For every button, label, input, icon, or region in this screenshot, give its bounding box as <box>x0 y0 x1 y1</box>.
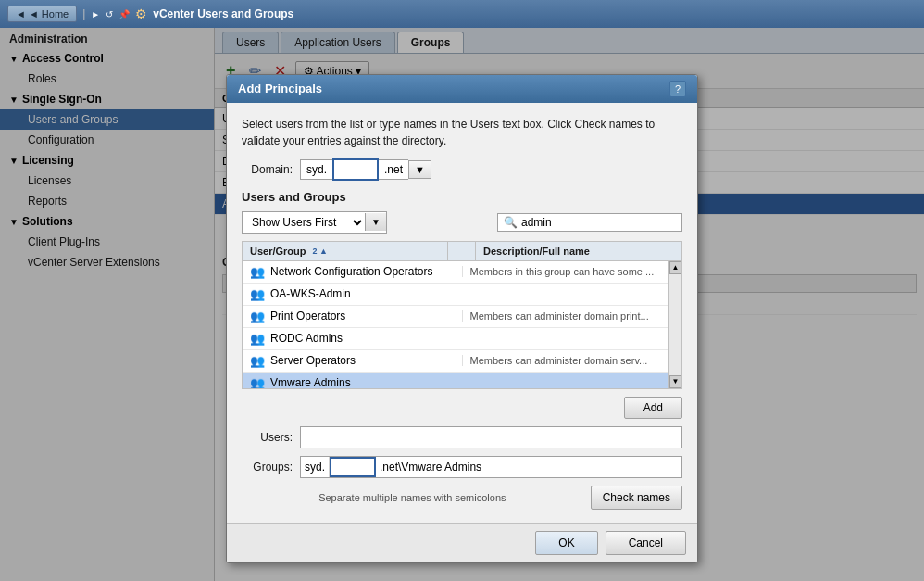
groups-input-row: Groups: syd. .net\Vmware Admins <box>242 456 682 478</box>
group-icon: 👥 <box>250 376 265 388</box>
help-button[interactable]: ? <box>669 81 686 97</box>
forward-button[interactable]: ► <box>91 9 100 19</box>
domain-dropdown-button[interactable]: ▼ <box>408 160 431 179</box>
group-icon: 👥 <box>250 309 265 323</box>
results-table: User/Group 2 ▲ Description/Full name 👥 N… <box>242 241 682 389</box>
add-btn-row: Add <box>242 397 682 419</box>
group-icon: 👥 <box>250 287 265 301</box>
modal-title: Add Principals <box>238 82 322 95</box>
results-body: 👥 Network Configuration Operators Member… <box>243 261 681 388</box>
domain-label: Domain: <box>242 163 293 176</box>
result-row[interactable]: 👥 RODC Admins <box>243 328 668 350</box>
group-icon: 👥 <box>250 265 265 279</box>
scrollbar-down-button[interactable]: ▼ <box>669 375 681 388</box>
modal-description: Select users from the list or type names… <box>242 116 682 149</box>
scrollbar-up-button[interactable]: ▲ <box>669 261 681 274</box>
domain-input-group: syd. .net ▼ <box>300 158 431 181</box>
check-names-row: Separate multiple names with semicolons … <box>242 486 682 510</box>
check-names-button[interactable]: Check names <box>591 486 682 510</box>
spacer-col <box>448 242 476 260</box>
groups-suffix: .net\Vmware Admins <box>376 457 485 477</box>
filter-select[interactable]: Show Users First Show Groups First Show … <box>243 212 365 233</box>
vm-icon: ⚙ <box>135 6 147 21</box>
window-title: vCenter Users and Groups <box>153 7 293 20</box>
results-header: User/Group 2 ▲ Description/Full name <box>243 242 681 261</box>
back-arrow-icon: ◄ <box>16 8 26 19</box>
result-row[interactable]: 👥 OA-WKS-Admin <box>243 284 668 306</box>
domain-field: Domain: syd. .net ▼ <box>242 158 682 181</box>
result-row[interactable]: 👥 Network Configuration Operators Member… <box>243 261 668 284</box>
top-bar: ◄ ◄ Home | ► ↺ 📌 ⚙ vCenter Users and Gro… <box>0 0 924 28</box>
search-box: 🔍 <box>497 213 682 232</box>
user-group-col-header: User/Group 2 ▲ <box>243 242 448 260</box>
results-list: 👥 Network Configuration Operators Member… <box>243 261 668 388</box>
group-icon: 👥 <box>250 354 265 368</box>
domain-input[interactable] <box>332 158 379 181</box>
result-row-selected[interactable]: 👥 Vmware Admins <box>243 373 668 388</box>
modal-overlay: Add Principals ? Select users from the l… <box>0 28 924 581</box>
result-row[interactable]: 👥 Server Operators Members can administe… <box>243 350 668 373</box>
ok-button[interactable]: OK <box>535 531 597 555</box>
home-label: ◄ Home <box>29 8 69 19</box>
results-scrollbar: ▲ ▼ <box>668 261 681 388</box>
users-input-row: Users: <box>242 426 682 448</box>
groups-domain-input[interactable] <box>330 457 376 477</box>
modal-body: Select users from the list or type names… <box>227 103 697 523</box>
filter-dropdown[interactable]: Show Users First Show Groups First Show … <box>242 211 387 234</box>
cancel-button[interactable]: Cancel <box>606 531 686 555</box>
groups-prefix: syd. <box>301 457 330 477</box>
groups-label: Groups: <box>242 461 293 474</box>
domain-suffix: .net <box>379 159 408 180</box>
groups-input-group: syd. .net\Vmware Admins <box>300 456 682 478</box>
filter-bar: Show Users First Show Groups First Show … <box>242 211 682 234</box>
scrollbar-track <box>669 274 681 375</box>
search-input[interactable] <box>521 216 676 229</box>
home-button[interactable]: ◄ ◄ Home <box>7 6 77 22</box>
search-icon: 🔍 <box>504 216 518 229</box>
add-principals-modal: Add Principals ? Select users from the l… <box>226 74 698 563</box>
result-row[interactable]: 👥 Print Operators Members can administer… <box>243 306 668 328</box>
pin-icon[interactable]: 📌 <box>119 9 130 19</box>
description-col-header: Description/Full name <box>476 242 681 260</box>
add-button[interactable]: Add <box>624 397 682 419</box>
separator-text: Separate multiple names with semicolons <box>242 492 583 503</box>
group-icon: 👥 <box>250 332 265 346</box>
users-groups-section-title: Users and Groups <box>242 190 682 204</box>
modal-header: Add Principals ? <box>227 75 697 103</box>
filter-arrow-icon[interactable]: ▼ <box>365 213 386 231</box>
domain-prefix: syd. <box>300 159 332 180</box>
users-input[interactable] <box>300 426 682 448</box>
users-label: Users: <box>242 431 293 444</box>
refresh-icon[interactable]: ↺ <box>106 9 113 19</box>
modal-footer: OK Cancel <box>227 523 697 562</box>
